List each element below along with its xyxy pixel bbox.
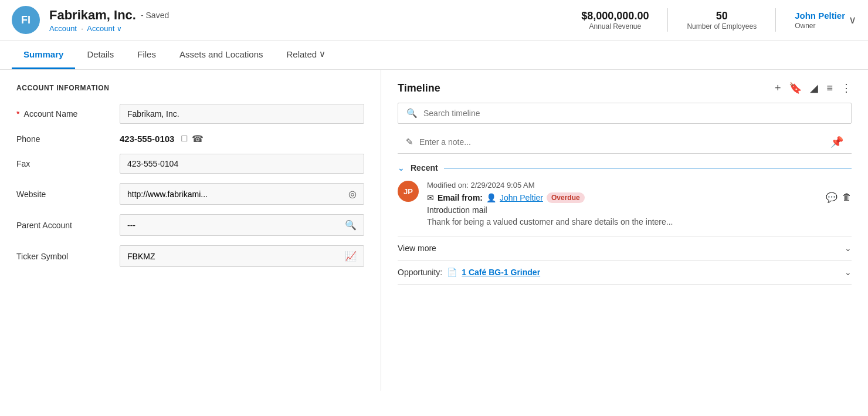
num-employees-value: 50 bbox=[687, 10, 757, 22]
view-more-row[interactable]: View more ⌄ bbox=[398, 236, 852, 261]
pencil-icon: ✎ bbox=[406, 137, 413, 147]
opportunity-row: Opportunity: 📄 1 Café BG-1 Grinder ⌄ bbox=[398, 261, 852, 285]
email-envelope-icon: ✉ bbox=[427, 193, 434, 202]
num-employees-label: Number of Employees bbox=[687, 22, 757, 31]
meta-divider bbox=[667, 8, 668, 32]
timeline-item-body: Introduction mail bbox=[427, 205, 852, 215]
website-value-area: ◎ bbox=[120, 183, 364, 205]
account-name-label: * Account Name bbox=[16, 109, 110, 119]
timeline-search-input[interactable] bbox=[423, 109, 843, 118]
timeline-item-email-row: ✉ Email from: 👤 John Peltier Overdue 💬 🗑 bbox=[427, 192, 852, 203]
phone-label: Phone bbox=[16, 134, 110, 144]
email-person-link[interactable]: John Peltier bbox=[500, 193, 543, 202]
timeline-note-input[interactable] bbox=[419, 137, 825, 147]
view-more-chevron-icon: ⌄ bbox=[845, 243, 852, 253]
phone-value: 423-555-0103 bbox=[120, 134, 174, 144]
num-employees-meta: 50 Number of Employees bbox=[687, 10, 757, 31]
account-name-text: Fabrikam, Inc. bbox=[49, 8, 136, 23]
tab-related[interactable]: Related ∨ bbox=[275, 40, 338, 69]
ticker-symbol-value-area: 📈 bbox=[120, 245, 364, 267]
tab-files[interactable]: Files bbox=[126, 41, 168, 69]
website-field-container: ◎ bbox=[120, 183, 364, 205]
recent-header: ⌄ Recent bbox=[398, 163, 852, 173]
account-name-header: Fabrikam, Inc. - Saved bbox=[49, 8, 572, 23]
annual-revenue-meta: $8,000,000.00 Annual Revenue bbox=[581, 10, 649, 31]
meta-divider-2 bbox=[775, 8, 776, 32]
main-content: ACCOUNT INFORMATION * Account Name Phone… bbox=[0, 70, 868, 391]
left-panel: ACCOUNT INFORMATION * Account Name Phone… bbox=[0, 70, 381, 391]
tab-related-label: Related bbox=[287, 49, 317, 59]
attachment-icon[interactable]: 📌 bbox=[830, 136, 843, 148]
timeline-header: Timeline + 🔖 ◢ ≡ ⋮ bbox=[398, 82, 852, 94]
timeline-sort-button[interactable]: ≡ bbox=[826, 82, 833, 94]
tab-related-chevron-icon: ∨ bbox=[319, 49, 326, 59]
opportunity-chevron-icon[interactable]: ⌄ bbox=[845, 268, 852, 277]
annual-revenue-label: Annual Revenue bbox=[581, 22, 649, 31]
owner-chevron-button[interactable]: ∨ bbox=[849, 13, 856, 26]
account-information-title: ACCOUNT INFORMATION bbox=[16, 84, 364, 92]
ticker-symbol-input[interactable] bbox=[127, 252, 340, 261]
breadcrumb-chevron-icon[interactable]: ∨ bbox=[117, 25, 122, 33]
phone-icons: □ ☎ bbox=[181, 133, 204, 144]
parent-account-value-area: 🔍 bbox=[120, 214, 364, 236]
parent-account-input[interactable] bbox=[127, 221, 340, 230]
owner-info: John Peltier Owner bbox=[795, 11, 845, 30]
opportunity-link[interactable]: 1 Café BG-1 Grinder bbox=[462, 268, 540, 277]
ticker-symbol-row: Ticker Symbol 📈 bbox=[16, 245, 364, 267]
timeline-filter-button[interactable]: ◢ bbox=[810, 82, 818, 94]
recent-label: Recent bbox=[411, 163, 438, 173]
fax-label: Fax bbox=[16, 159, 110, 168]
header-title-area: Fabrikam, Inc. - Saved Account · Account… bbox=[49, 8, 572, 33]
saved-label: - Saved bbox=[141, 11, 169, 20]
opportunity-icon: 📄 bbox=[447, 268, 457, 277]
tab-bar: Summary Details Files Assets and Locatio… bbox=[0, 40, 868, 70]
timeline-note-container: ✎ 📌 bbox=[398, 131, 852, 154]
opportunity-label: Opportunity: bbox=[398, 268, 442, 277]
overdue-badge: Overdue bbox=[547, 192, 585, 203]
timeline-title: Timeline bbox=[398, 82, 440, 94]
timeline-add-button[interactable]: + bbox=[775, 82, 781, 94]
header-meta: $8,000,000.00 Annual Revenue 50 Number o… bbox=[581, 8, 856, 32]
required-star: * bbox=[16, 109, 19, 119]
phone-row: Phone 423-555-0103 □ ☎ bbox=[16, 133, 364, 144]
tab-summary[interactable]: Summary bbox=[12, 41, 75, 69]
timeline-bookmark-button[interactable]: 🔖 bbox=[789, 82, 802, 94]
email-from-label: Email from: bbox=[438, 193, 483, 202]
fax-input[interactable] bbox=[120, 154, 364, 174]
breadcrumb-prefix: Account bbox=[49, 24, 77, 33]
owner-name[interactable]: John Peltier bbox=[795, 11, 845, 21]
timeline-item-preview: Thank for being a valued customer and sh… bbox=[427, 217, 852, 226]
timeline-item-actions: 💬 🗑 bbox=[826, 192, 852, 203]
right-panel: Timeline + 🔖 ◢ ≡ ⋮ 🔍 ✎ 📌 ⌄ Recent bbox=[381, 70, 868, 391]
timeline-item-content: Modified on: 2/29/2024 9:05 AM ✉ Email f… bbox=[427, 181, 852, 226]
chat-icon[interactable]: □ bbox=[181, 133, 187, 144]
account-avatar: FI bbox=[12, 6, 40, 34]
parent-account-field-container: 🔍 bbox=[120, 214, 364, 236]
ticker-symbol-label: Ticker Symbol bbox=[16, 252, 110, 261]
parent-account-label: Parent Account bbox=[16, 221, 110, 230]
tab-details[interactable]: Details bbox=[75, 41, 126, 69]
owner-section: John Peltier Owner ∨ bbox=[795, 11, 856, 30]
person-icon: 👤 bbox=[486, 193, 496, 202]
website-label: Website bbox=[16, 190, 110, 199]
globe-icon[interactable]: ◎ bbox=[348, 188, 357, 199]
breadcrumb-account-link[interactable]: Account bbox=[87, 24, 114, 33]
timeline-search-icon: 🔍 bbox=[406, 108, 418, 119]
search-lookup-icon[interactable]: 🔍 bbox=[345, 219, 357, 231]
phone-icon[interactable]: ☎ bbox=[192, 133, 204, 144]
website-row: Website ◎ bbox=[16, 183, 364, 205]
website-input[interactable] bbox=[127, 190, 344, 199]
fax-row: Fax bbox=[16, 154, 364, 174]
delete-icon[interactable]: 🗑 bbox=[842, 192, 852, 203]
owner-label: Owner bbox=[795, 22, 845, 30]
parent-account-row: Parent Account 🔍 bbox=[16, 214, 364, 236]
timeline-search-container: 🔍 bbox=[398, 103, 852, 124]
chart-icon[interactable]: 📈 bbox=[345, 251, 357, 262]
timeline-item-date: Modified on: 2/29/2024 9:05 AM bbox=[427, 181, 852, 190]
recent-collapse-chevron-icon[interactable]: ⌄ bbox=[398, 163, 405, 173]
timeline-more-button[interactable]: ⋮ bbox=[841, 82, 852, 94]
comment-icon[interactable]: 💬 bbox=[826, 192, 838, 203]
account-name-input[interactable] bbox=[120, 104, 364, 124]
opportunity-left: Opportunity: 📄 1 Café BG-1 Grinder bbox=[398, 268, 540, 277]
tab-assets-and-locations[interactable]: Assets and Locations bbox=[168, 41, 275, 69]
